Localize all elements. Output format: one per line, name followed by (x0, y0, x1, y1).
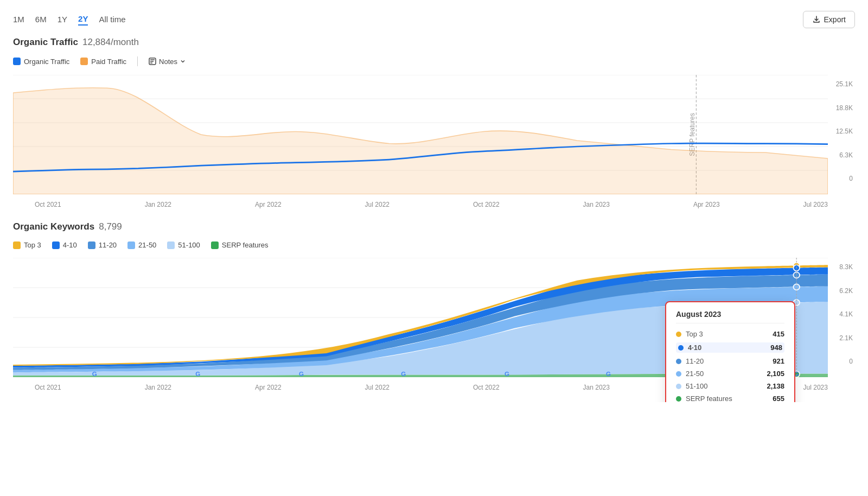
svg-text:G: G (92, 371, 97, 377)
traffic-header: Organic Traffic 12,884/month (13, 37, 855, 50)
21-50-checkbox[interactable] (127, 241, 135, 249)
svg-text:SERP features: SERP features (688, 113, 696, 156)
tooltip-dot-21-50 (676, 371, 681, 377)
notes-chevron-icon (180, 59, 186, 64)
tooltip-row-51-100: 51-100 2,138 (676, 382, 784, 390)
filter-2y[interactable]: 2Y (78, 14, 88, 26)
svg-text:G: G (606, 371, 611, 377)
svg-text:G: G (299, 371, 304, 377)
kx-label-0: Oct 2021 (35, 384, 61, 391)
tooltip-row-21-50: 21-50 2,105 (676, 370, 784, 378)
legend-11-20[interactable]: 11-20 (88, 241, 117, 249)
x-label-2: Apr 2022 (255, 201, 282, 208)
11-20-label: 11-20 (99, 241, 117, 249)
top3-checkbox[interactable] (13, 241, 21, 249)
tooltip-dot-4-10 (678, 345, 684, 351)
keywords-y-axis: 8.3K 6.2K 4.1K 2.1K 0 (828, 258, 855, 381)
tooltip-title: August 2023 (676, 310, 784, 323)
y-label-0: 25.1K (830, 80, 853, 88)
tooltip-value-11-20: 921 (773, 357, 784, 365)
tooltip-label-11-20: 11-20 (676, 357, 704, 365)
ky-label-1: 6.2K (830, 287, 853, 295)
kx-label-7: Jul 2023 (803, 384, 828, 391)
4-10-label: 4-10 (63, 241, 77, 249)
notes-button[interactable]: Notes (149, 58, 186, 66)
legend-4-10[interactable]: 4-10 (52, 241, 77, 249)
tooltip-value-21-50: 2,105 (767, 370, 784, 378)
tooltip-dot-top3 (676, 332, 681, 337)
svg-text:G: G (401, 371, 406, 377)
keywords-legend: Top 3 4-10 11-20 21-50 51-100 SERP featu… (13, 241, 855, 249)
serp-checkbox[interactable] (211, 241, 219, 249)
keywords-chart-main: G G G G G G G G August 2023 Top 3 (13, 258, 828, 381)
paid-label: Paid Traffic (91, 58, 126, 66)
legend-divider (137, 56, 138, 66)
x-label-6: Apr 2023 (693, 201, 720, 208)
export-button[interactable]: Export (803, 11, 855, 28)
tooltip-dot-serp (676, 396, 681, 402)
export-icon (812, 15, 821, 24)
traffic-chart-svg: SERP features (13, 75, 828, 194)
y-label-3: 6.3K (830, 151, 853, 159)
filter-alltime[interactable]: All time (99, 15, 125, 25)
svg-text:G: G (195, 371, 200, 377)
time-filters: 1M 6M 1Y 2Y All time (13, 14, 126, 26)
keywords-value: 8,799 (99, 221, 122, 232)
y-label-4: 0 (830, 175, 853, 182)
traffic-y-axis: 25.1K 18.8K 12.5K 6.3K 0 (828, 75, 855, 199)
x-label-5: Jan 2023 (583, 201, 610, 208)
y-label-1: 18.8K (830, 104, 853, 112)
x-label-3: Jul 2022 (365, 201, 390, 208)
traffic-legend: Organic Traffic Paid Traffic Notes (13, 56, 855, 66)
4-10-checkbox[interactable] (52, 241, 60, 249)
51-100-checkbox[interactable] (167, 241, 175, 249)
keywords-header: Organic Keywords 8,799 (13, 221, 855, 234)
tooltip-dot-11-20 (676, 359, 681, 364)
ky-label-3: 2.1K (830, 334, 853, 342)
ky-label-4: 0 (830, 358, 853, 365)
keywords-chart-wrapper: G G G G G G G G August 2023 Top 3 (13, 258, 855, 381)
tooltip-value-top3: 415 (773, 330, 784, 338)
keywords-title: Organic Keywords (13, 221, 94, 232)
notes-label: Notes (159, 58, 177, 66)
legend-serp[interactable]: SERP features (211, 241, 269, 249)
legend-51-100[interactable]: 51-100 (167, 241, 200, 249)
x-label-7: Jul 2023 (803, 201, 828, 208)
x-label-0: Oct 2021 (35, 201, 61, 208)
filter-1m[interactable]: 1M (13, 15, 24, 25)
tooltip-dot-51-100 (676, 384, 681, 389)
traffic-x-axis: Oct 2021 Jan 2022 Apr 2022 Jul 2022 Oct … (13, 199, 828, 208)
21-50-label: 21-50 (138, 241, 156, 249)
filter-6m[interactable]: 6M (35, 15, 47, 25)
organic-checkbox[interactable] (13, 58, 21, 65)
filter-1y[interactable]: 1Y (58, 15, 67, 25)
traffic-section: Organic Traffic 12,884/month Organic Tra… (13, 37, 855, 208)
kx-label-3: Jul 2022 (365, 384, 390, 391)
traffic-value: 12,884/month (82, 37, 139, 48)
paid-checkbox[interactable] (80, 58, 88, 65)
traffic-chart-main: SERP features (13, 75, 828, 199)
tooltip-row-4-10: 4·10 948 (676, 342, 784, 353)
tooltip-value-51-100: 2,138 (767, 382, 784, 390)
ky-label-2: 4.1K (830, 310, 853, 318)
serp-label: SERP features (222, 241, 269, 249)
11-20-checkbox[interactable] (88, 241, 95, 249)
top3-label: Top 3 (24, 241, 41, 249)
legend-21-50[interactable]: 21-50 (127, 241, 156, 249)
51-100-label: 51-100 (178, 241, 200, 249)
tooltip-label-top3: Top 3 (676, 330, 703, 338)
tooltip-value-serp: 655 (773, 395, 784, 402)
tooltip-label-4-10: 4·10 (678, 344, 701, 352)
legend-top3[interactable]: Top 3 (13, 241, 41, 249)
x-label-1: Jan 2022 (145, 201, 171, 208)
legend-paid[interactable]: Paid Traffic (80, 58, 126, 66)
notes-icon (149, 58, 156, 65)
header-row: 1M 6M 1Y 2Y All time Export (13, 11, 855, 28)
tooltip-label-21-50: 21-50 (676, 370, 704, 378)
svg-text:G: G (505, 371, 509, 377)
tooltip-label-51-100: 51-100 (676, 382, 707, 390)
legend-organic[interactable]: Organic Traffic (13, 58, 69, 66)
x-label-4: Oct 2022 (473, 201, 500, 208)
tooltip: August 2023 Top 3 415 4·10 948 (665, 301, 795, 402)
keywords-section: Organic Keywords 8,799 Top 3 4-10 11-20 … (13, 221, 855, 391)
